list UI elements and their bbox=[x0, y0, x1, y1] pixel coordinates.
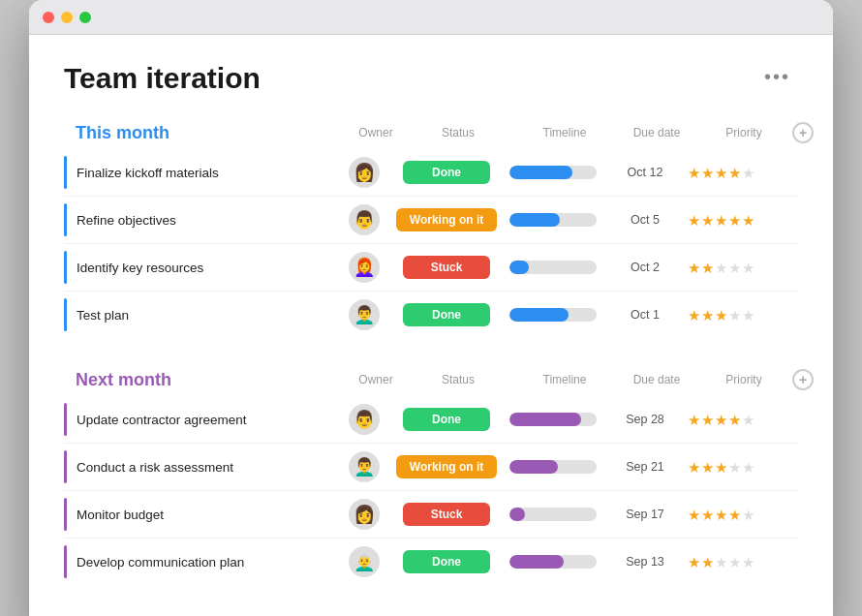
timeline-fill bbox=[509, 555, 564, 569]
status-badge[interactable]: Done bbox=[403, 408, 490, 431]
star-filled[interactable]: ★ bbox=[688, 213, 700, 228]
status-cell[interactable]: Working on it bbox=[393, 208, 500, 231]
avatar: 👩 bbox=[349, 157, 380, 188]
row-border-indicator bbox=[64, 498, 67, 531]
star-filled[interactable]: ★ bbox=[701, 308, 714, 323]
row-border-indicator bbox=[64, 450, 67, 483]
maximize-dot[interactable] bbox=[79, 12, 91, 23]
col-label-owner: Owner bbox=[347, 126, 405, 139]
table-row: Finalize kickoff materials👩DoneOct 12★★★… bbox=[64, 149, 798, 197]
task-name-text: Finalize kickoff materials bbox=[77, 166, 219, 180]
task-name-cell: Identify key resources bbox=[64, 251, 335, 284]
status-cell[interactable]: Done bbox=[393, 161, 500, 184]
row-border-indicator bbox=[64, 545, 67, 578]
col-label-due-date: Due date bbox=[618, 126, 695, 139]
timeline-fill bbox=[509, 166, 572, 179]
star-filled[interactable]: ★ bbox=[688, 261, 700, 275]
star-empty[interactable]: ★ bbox=[742, 166, 754, 180]
status-cell[interactable]: Done bbox=[393, 408, 500, 431]
star-filled[interactable]: ★ bbox=[715, 413, 727, 427]
owner-cell: 👨‍🦱 bbox=[335, 299, 393, 330]
star-filled[interactable]: ★ bbox=[715, 508, 727, 522]
star-empty[interactable]: ★ bbox=[742, 508, 754, 522]
timeline-fill bbox=[509, 213, 560, 227]
star-empty[interactable]: ★ bbox=[728, 555, 741, 570]
star-filled[interactable]: ★ bbox=[728, 413, 741, 427]
star-empty[interactable]: ★ bbox=[742, 261, 754, 275]
star-empty[interactable]: ★ bbox=[742, 460, 754, 475]
add-task-button[interactable]: + bbox=[792, 122, 814, 143]
star-empty[interactable]: ★ bbox=[728, 460, 741, 475]
timeline-fill bbox=[509, 261, 529, 274]
task-name-cell: Monitor budget bbox=[64, 498, 335, 531]
col-label-timeline: Timeline bbox=[511, 373, 618, 386]
due-date-cell: Sep 28 bbox=[606, 413, 684, 426]
due-date-cell: Oct 12 bbox=[606, 166, 684, 179]
task-name-text: Monitor budget bbox=[77, 508, 164, 522]
status-badge[interactable]: Done bbox=[403, 550, 490, 573]
status-cell[interactable]: Done bbox=[393, 303, 500, 326]
status-badge[interactable]: Working on it bbox=[396, 208, 497, 231]
status-cell[interactable]: Stuck bbox=[393, 256, 500, 279]
timeline-bar bbox=[509, 261, 597, 274]
star-filled[interactable]: ★ bbox=[728, 166, 741, 180]
star-filled[interactable]: ★ bbox=[715, 308, 727, 323]
main-content: Team iteration ••• This monthOwnerStatus… bbox=[29, 35, 833, 616]
status-badge[interactable]: Stuck bbox=[403, 256, 490, 279]
status-cell[interactable]: Done bbox=[393, 550, 500, 573]
star-empty[interactable]: ★ bbox=[715, 555, 727, 570]
star-filled[interactable]: ★ bbox=[701, 508, 714, 522]
timeline-bar bbox=[509, 413, 597, 426]
star-filled[interactable]: ★ bbox=[701, 261, 714, 275]
star-filled[interactable]: ★ bbox=[701, 166, 714, 180]
col-label-owner: Owner bbox=[347, 373, 405, 386]
timeline-bar bbox=[509, 308, 597, 322]
table-row: Monitor budget👩StuckSep 17★★★★★ bbox=[64, 491, 798, 539]
status-badge[interactable]: Stuck bbox=[403, 503, 490, 526]
star-filled[interactable]: ★ bbox=[701, 413, 714, 427]
star-filled[interactable]: ★ bbox=[688, 508, 700, 522]
star-filled[interactable]: ★ bbox=[701, 555, 714, 570]
timeline-cell bbox=[500, 166, 606, 179]
status-cell[interactable]: Stuck bbox=[393, 503, 500, 526]
star-filled[interactable]: ★ bbox=[688, 460, 700, 475]
star-filled[interactable]: ★ bbox=[701, 213, 714, 228]
star-filled[interactable]: ★ bbox=[715, 166, 727, 180]
app-window: Team iteration ••• This monthOwnerStatus… bbox=[29, 0, 833, 616]
star-filled[interactable]: ★ bbox=[701, 460, 714, 475]
due-date-cell: Oct 5 bbox=[606, 213, 684, 227]
page-header: Team iteration ••• bbox=[64, 62, 798, 95]
close-dot[interactable] bbox=[43, 12, 54, 23]
star-empty[interactable]: ★ bbox=[728, 308, 741, 323]
star-filled[interactable]: ★ bbox=[688, 308, 700, 323]
priority-cell: ★★★★★ bbox=[684, 413, 781, 427]
status-badge[interactable]: Done bbox=[403, 303, 490, 326]
titlebar bbox=[29, 0, 833, 35]
star-filled[interactable]: ★ bbox=[728, 508, 741, 522]
star-filled[interactable]: ★ bbox=[715, 213, 727, 228]
star-filled[interactable]: ★ bbox=[728, 213, 741, 228]
add-task-button[interactable]: + bbox=[792, 369, 814, 390]
star-empty[interactable]: ★ bbox=[742, 555, 754, 570]
star-empty[interactable]: ★ bbox=[728, 261, 741, 275]
minimize-dot[interactable] bbox=[61, 12, 73, 23]
task-name-cell: Develop communication plan bbox=[64, 545, 335, 578]
star-filled[interactable]: ★ bbox=[715, 460, 727, 475]
star-filled[interactable]: ★ bbox=[688, 413, 700, 427]
star-filled[interactable]: ★ bbox=[742, 213, 754, 228]
timeline-bar bbox=[509, 555, 597, 569]
more-options-button[interactable]: ••• bbox=[756, 62, 798, 92]
avatar: 👨 bbox=[349, 404, 380, 435]
status-cell[interactable]: Working on it bbox=[393, 455, 500, 478]
priority-cell: ★★★★★ bbox=[684, 508, 781, 522]
star-filled[interactable]: ★ bbox=[688, 555, 700, 570]
star-empty[interactable]: ★ bbox=[742, 413, 754, 427]
timeline-bar bbox=[509, 508, 597, 521]
status-badge[interactable]: Working on it bbox=[396, 455, 497, 478]
status-badge[interactable]: Done bbox=[403, 161, 490, 184]
star-empty[interactable]: ★ bbox=[715, 261, 727, 275]
star-empty[interactable]: ★ bbox=[742, 308, 754, 323]
star-filled[interactable]: ★ bbox=[688, 166, 700, 180]
table-row: Refine objectives👨Working on itOct 5★★★★… bbox=[64, 197, 798, 244]
avatar: 👩‍🦰 bbox=[349, 252, 380, 283]
